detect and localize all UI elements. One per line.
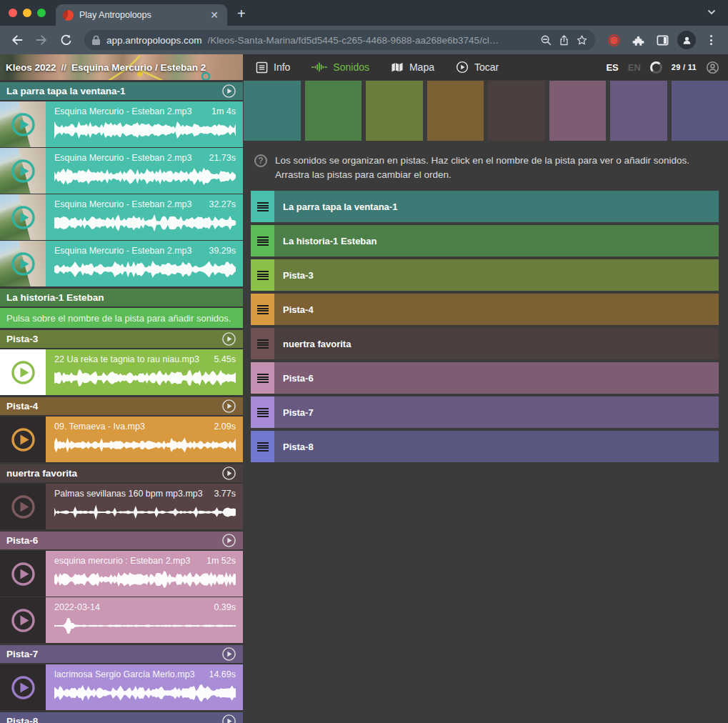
clip-play-button[interactable] bbox=[10, 158, 36, 184]
track-swatch-8[interactable] bbox=[672, 81, 728, 141]
profile-avatar[interactable] bbox=[677, 30, 697, 50]
bookmark-star-icon[interactable] bbox=[576, 34, 588, 46]
track-play-button[interactable] bbox=[221, 466, 236, 481]
sidebar-track-7: Pista-7lacrimosa Sergio García Merlo.mp3… bbox=[0, 645, 243, 710]
audio-clip[interactable]: lacrimosa Sergio García Merlo.mp314.69s bbox=[0, 664, 243, 710]
breadcrumb[interactable]: Kleos 2022 // Esquina Mercurio / Esteban… bbox=[0, 54, 243, 80]
clip-play-button[interactable] bbox=[10, 561, 36, 587]
menu-kebab-icon[interactable] bbox=[701, 30, 721, 50]
drag-handle[interactable] bbox=[251, 225, 274, 256]
side-panel-icon[interactable] bbox=[652, 30, 672, 50]
track-swatch-5[interactable] bbox=[488, 81, 545, 141]
track-row-8[interactable]: Pista-8 bbox=[251, 431, 719, 462]
track-play-button[interactable] bbox=[221, 399, 236, 414]
track-swatch-2[interactable] bbox=[305, 81, 362, 141]
drag-handle[interactable] bbox=[251, 397, 274, 428]
track-row-4[interactable]: Pista-4 bbox=[251, 294, 719, 325]
window-close-button[interactable] bbox=[9, 9, 17, 17]
audio-clip[interactable]: Palmas sevillanas 160 bpm mp3.mp33.77s bbox=[0, 484, 243, 529]
track-swatch-3[interactable] bbox=[366, 81, 423, 141]
sidebar-track-name: Pista-6 bbox=[6, 535, 38, 546]
drag-handle[interactable] bbox=[251, 328, 274, 359]
nav-mapa[interactable]: Mapa bbox=[391, 61, 434, 73]
nav-label: Info bbox=[274, 61, 290, 73]
audio-clip[interactable]: Esquina Mercurio - Esteban 2.mp339.29s bbox=[0, 241, 243, 286]
new-tab-button[interactable]: + bbox=[227, 4, 246, 26]
track-name-bar[interactable]: Pista-6 bbox=[274, 362, 719, 394]
drag-handle[interactable] bbox=[251, 431, 274, 462]
window-minimize-button[interactable] bbox=[23, 9, 31, 17]
track-name-bar[interactable]: Pista-7 bbox=[274, 397, 719, 428]
share-icon[interactable] bbox=[558, 34, 570, 46]
track-name-bar[interactable]: La historia-1 Esteban bbox=[274, 225, 719, 256]
clip-play-button[interactable] bbox=[10, 674, 36, 701]
extensions-puzzle-icon[interactable] bbox=[628, 30, 648, 50]
tab-close-icon[interactable]: ✕ bbox=[209, 9, 220, 21]
audio-clip[interactable]: 22 Ua reka te tagnia to rau niau.mp35.45… bbox=[0, 349, 243, 395]
clip-play-button[interactable] bbox=[10, 251, 36, 277]
lang-en-button[interactable]: EN bbox=[628, 62, 641, 73]
browser-tab[interactable]: Play Antropoloops ✕ bbox=[56, 4, 227, 26]
track-play-button[interactable] bbox=[221, 533, 236, 548]
track-swatch-6[interactable] bbox=[549, 81, 607, 141]
sidebar-track-header[interactable]: Pista-8 bbox=[0, 712, 243, 723]
track-swatch-4[interactable] bbox=[427, 81, 484, 141]
clip-play-button[interactable] bbox=[10, 607, 36, 634]
track-row-6[interactable]: Pista-6 bbox=[251, 362, 719, 394]
audio-clip[interactable]: esquina mercurio : Esteban 2.mp31m 52s bbox=[0, 551, 243, 597]
track-name-bar[interactable]: Pista-8 bbox=[274, 431, 719, 462]
drag-handle[interactable] bbox=[251, 294, 274, 325]
nav-sonidos[interactable]: Sonidos bbox=[311, 61, 369, 73]
track-row-1[interactable]: La parra tapa la ventana-1 bbox=[251, 191, 719, 222]
clip-play-button[interactable] bbox=[10, 204, 36, 231]
drag-handle[interactable] bbox=[251, 362, 274, 394]
track-name-bar[interactable]: Pista-3 bbox=[274, 259, 719, 291]
sidebar-track-header[interactable]: La historia-1 Esteban bbox=[0, 289, 243, 306]
track-swatch-1[interactable] bbox=[244, 81, 301, 141]
info-icon bbox=[256, 61, 268, 74]
sidebar-track-header[interactable]: Pista-4 bbox=[0, 397, 243, 415]
nav-info[interactable]: Info bbox=[256, 61, 290, 74]
tab-search-chevron-icon[interactable] bbox=[707, 7, 717, 20]
nav-tocar[interactable]: Tocar bbox=[456, 61, 499, 74]
clip-play-button[interactable] bbox=[10, 494, 36, 520]
reload-button[interactable] bbox=[56, 30, 76, 50]
forward-button[interactable] bbox=[31, 30, 51, 50]
audio-clip[interactable]: 2022-03-140.39s bbox=[0, 597, 243, 643]
sidebar-track-header[interactable]: Pista-7 bbox=[0, 645, 243, 663]
track-swatch-7[interactable] bbox=[610, 81, 667, 141]
lang-es-button[interactable]: ES bbox=[606, 62, 618, 73]
track-name-bar[interactable]: Pista-4 bbox=[274, 294, 719, 325]
window-zoom-button[interactable] bbox=[37, 9, 46, 17]
track-play-button[interactable] bbox=[221, 647, 236, 662]
sidebar-track-4: Pista-409. Temaeva - Iva.mp32.09s bbox=[0, 397, 243, 462]
zoom-out-icon[interactable] bbox=[540, 34, 552, 46]
audio-clip[interactable]: Esquina Mercurio - Esteban 2.mp321.73s bbox=[0, 148, 243, 194]
track-name-bar[interactable]: nuertra favorita bbox=[274, 328, 719, 359]
clip-play-button[interactable] bbox=[10, 111, 36, 138]
record-extension-icon[interactable] bbox=[604, 30, 624, 50]
audio-clip[interactable]: Esquina Mercurio - Esteban 2.mp31m 4s bbox=[0, 101, 243, 147]
track-play-button[interactable] bbox=[221, 84, 236, 99]
drag-handle[interactable] bbox=[251, 259, 274, 291]
track-row-2[interactable]: La historia-1 Esteban bbox=[251, 225, 719, 256]
sidebar-track-header[interactable]: nuertra favorita bbox=[0, 464, 243, 482]
audio-clip[interactable]: 09. Temaeva - Iva.mp32.09s bbox=[0, 417, 243, 462]
audio-clip[interactable]: Esquina Mercurio - Esteban 2.mp332.27s bbox=[0, 194, 243, 240]
address-bar[interactable]: app.antropoloops.com/Kleos-Santa-Marina/… bbox=[84, 30, 595, 50]
sidebar-track-header[interactable]: La parra tapa la ventana-1 bbox=[0, 82, 243, 100]
track-name-bar[interactable]: La parra tapa la ventana-1 bbox=[274, 191, 719, 222]
track-row-3[interactable]: Pista-3 bbox=[251, 259, 719, 291]
track-play-button[interactable] bbox=[221, 331, 236, 346]
track-row-5[interactable]: nuertra favorita bbox=[251, 328, 719, 359]
sidebar-track-header[interactable]: Pista-6 bbox=[0, 532, 243, 549]
track-play-button[interactable] bbox=[221, 714, 236, 723]
back-button[interactable] bbox=[7, 30, 27, 50]
drag-handle[interactable] bbox=[251, 191, 274, 222]
sidebar-track-6: Pista-6esquina mercurio : Esteban 2.mp31… bbox=[0, 532, 243, 643]
clip-play-button[interactable] bbox=[10, 359, 36, 386]
account-icon[interactable] bbox=[706, 61, 719, 74]
clip-play-button[interactable] bbox=[10, 427, 36, 453]
sidebar-track-header[interactable]: Pista-3 bbox=[0, 330, 243, 348]
track-row-7[interactable]: Pista-7 bbox=[251, 397, 719, 428]
